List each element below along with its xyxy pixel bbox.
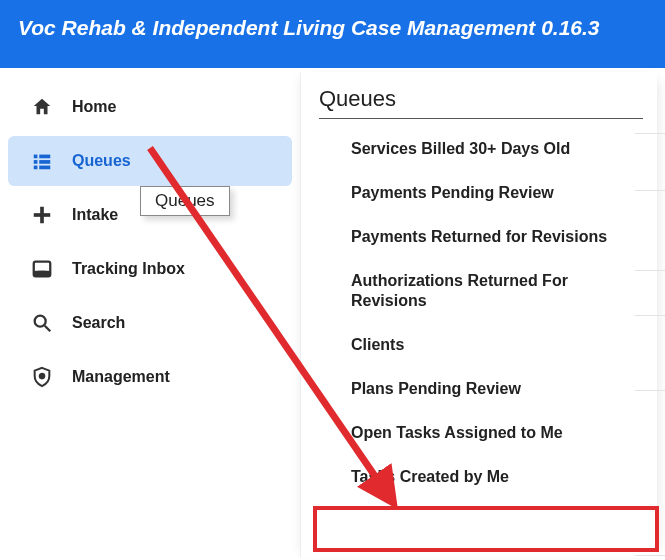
svg-rect-0 (34, 155, 38, 159)
sidebar-item-label: Intake (72, 206, 118, 224)
svg-rect-7 (34, 213, 51, 217)
queue-item-payments-pending[interactable]: Payments Pending Review (315, 171, 643, 215)
main-container: Home Queues Intake Tracking Inbox Search (0, 68, 665, 558)
queue-list: Services Billed 30+ Days Old Payments Pe… (315, 127, 643, 499)
sidebar: Home Queues Intake Tracking Inbox Search (0, 68, 300, 558)
svg-rect-4 (34, 166, 38, 170)
svg-point-12 (40, 374, 45, 379)
tooltip-text: Queues (155, 191, 215, 210)
svg-rect-9 (34, 271, 51, 277)
queue-item-tasks-created-by-me[interactable]: Tasks Created by Me (315, 455, 643, 499)
sidebar-item-home[interactable]: Home (8, 82, 292, 132)
plus-icon (28, 204, 56, 226)
queue-item-label: Plans Pending Review (351, 380, 521, 397)
svg-rect-3 (39, 160, 50, 164)
svg-rect-1 (39, 155, 50, 159)
sidebar-item-label: Home (72, 98, 116, 116)
queue-item-clients[interactable]: Clients (315, 323, 643, 367)
queue-item-services-billed[interactable]: Services Billed 30+ Days Old (315, 127, 643, 171)
queue-item-label: Payments Returned for Revisions (351, 228, 607, 245)
queue-item-open-tasks-assigned[interactable]: Open Tasks Assigned to Me (315, 411, 643, 455)
home-icon (28, 96, 56, 118)
queues-panel: Queues Services Billed 30+ Days Old Paym… (300, 72, 657, 558)
app-title: Voc Rehab & Independent Living Case Mana… (18, 16, 600, 39)
queue-item-payments-returned[interactable]: Payments Returned for Revisions (315, 215, 643, 259)
sidebar-item-label: Tracking Inbox (72, 260, 185, 278)
queue-item-plans-pending[interactable]: Plans Pending Review (315, 367, 643, 411)
queue-item-label: Tasks Created by Me (351, 468, 509, 485)
tooltip: Queues (140, 186, 230, 216)
svg-point-10 (35, 316, 46, 327)
shield-icon (28, 366, 56, 388)
queue-item-label: Open Tasks Assigned to Me (351, 424, 563, 441)
svg-line-11 (45, 326, 51, 332)
app-header: Voc Rehab & Independent Living Case Mana… (0, 0, 665, 68)
queue-item-label: Authorizations Returned For Revisions (351, 272, 568, 309)
svg-rect-2 (34, 160, 38, 164)
sidebar-item-search[interactable]: Search (8, 298, 292, 348)
panel-title: Queues (319, 86, 643, 119)
sidebar-item-label: Management (72, 368, 170, 386)
sidebar-item-tracking-inbox[interactable]: Tracking Inbox (8, 244, 292, 294)
sidebar-item-label: Queues (72, 152, 131, 170)
search-icon (28, 312, 56, 334)
queue-item-label: Payments Pending Review (351, 184, 554, 201)
sidebar-item-management[interactable]: Management (8, 352, 292, 402)
sidebar-item-queues[interactable]: Queues (8, 136, 292, 186)
sidebar-item-label: Search (72, 314, 125, 332)
inbox-icon (28, 258, 56, 280)
queue-item-auth-returned[interactable]: Authorizations Returned For Revisions (315, 259, 643, 323)
svg-rect-5 (39, 166, 50, 170)
queues-icon (28, 150, 56, 172)
queue-item-label: Services Billed 30+ Days Old (351, 140, 570, 157)
queue-item-label: Clients (351, 336, 404, 353)
